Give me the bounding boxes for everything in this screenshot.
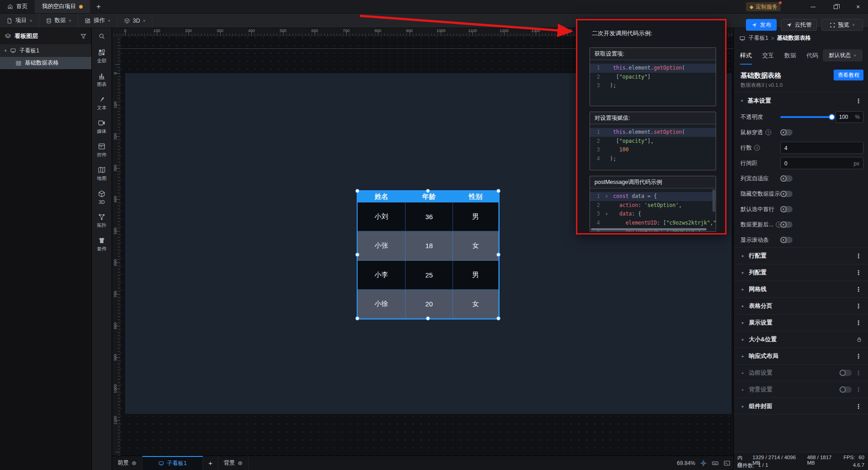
code-area[interactable]: 1 this.element.getOption(2 ["opacity"]3)… bbox=[590, 60, 716, 90]
selection-handle[interactable] bbox=[496, 316, 500, 320]
breadcrumb-parent[interactable]: 子看板1 bbox=[748, 34, 768, 42]
custom-service-badge[interactable]: ◆ 定制服务 bbox=[746, 2, 781, 11]
section-组件封面[interactable]: ▸组件封面⋮ bbox=[734, 398, 868, 414]
tree-item-board[interactable]: ▾ 子看板1 bbox=[0, 44, 91, 57]
slider-thumb[interactable] bbox=[829, 114, 835, 120]
kebab-menu-icon[interactable]: ⋮ bbox=[855, 269, 862, 276]
kebab-menu-icon[interactable]: ⋮ bbox=[855, 252, 862, 259]
toggle-默认选中首行[interactable] bbox=[780, 206, 793, 212]
publish-button[interactable]: 发布 bbox=[746, 19, 777, 31]
selection-handle[interactable] bbox=[496, 253, 500, 257]
toggle-鼠标穿透[interactable] bbox=[780, 129, 793, 136]
kebab-menu-icon[interactable]: ⋮ bbox=[855, 97, 862, 104]
tree-expander-icon[interactable]: ▾ bbox=[5, 48, 7, 53]
slider-value-input[interactable]: 100% bbox=[835, 111, 863, 123]
ruler-label: 1000 bbox=[436, 28, 445, 33]
strip-item-媒体[interactable]: 媒体 bbox=[92, 115, 112, 138]
slider-不透明度[interactable] bbox=[780, 116, 832, 118]
strip-item-文本[interactable]: 文本 bbox=[92, 91, 112, 115]
kebab-menu-icon[interactable]: ⋮ bbox=[855, 352, 862, 360]
strip-item-控件[interactable]: 控件 bbox=[92, 138, 112, 162]
kebab-menu-icon[interactable]: ⋮ bbox=[855, 286, 862, 293]
menu-数据[interactable]: 数据∨ bbox=[39, 14, 79, 28]
preview-button[interactable]: 预览 ∨ bbox=[821, 19, 863, 31]
section-列配置[interactable]: ▸列配置⋮ bbox=[734, 264, 868, 281]
lock-icon[interactable] bbox=[856, 337, 862, 343]
section-网格线[interactable]: ▸网格线⋮ bbox=[734, 281, 868, 297]
section-表格分页[interactable]: ▸表格分页⋮ bbox=[734, 297, 868, 314]
strip-item-3D[interactable]: 3D bbox=[92, 185, 112, 209]
kebab-menu-icon[interactable]: ⋮ bbox=[855, 369, 862, 376]
strip-item-地图[interactable]: 地图 bbox=[92, 162, 112, 185]
terminal-icon[interactable] bbox=[723, 460, 731, 467]
tree-item-component[interactable]: 基础数据表格 bbox=[0, 57, 91, 69]
section-toggle[interactable] bbox=[840, 386, 852, 393]
tab-代码[interactable]: 代码 bbox=[807, 52, 818, 65]
foreground-button[interactable]: 前景 ⊕ bbox=[112, 456, 142, 470]
kebab-menu-icon[interactable]: ⋮ bbox=[855, 319, 862, 326]
kebab-menu-icon[interactable]: ⋮ bbox=[855, 302, 862, 310]
scrollbar-vertical[interactable] bbox=[712, 189, 715, 212]
menu-项目[interactable]: 项目∨ bbox=[0, 14, 39, 28]
help-icon[interactable]: ? bbox=[754, 145, 760, 151]
tab-home[interactable]: 首页 bbox=[0, 0, 35, 13]
selection-handle[interactable] bbox=[355, 189, 359, 193]
cloud-host-button[interactable]: 云托管 bbox=[781, 19, 817, 31]
kebab-menu-icon[interactable]: ⋮ bbox=[855, 403, 862, 410]
fold-caret-icon[interactable]: ∨ bbox=[604, 210, 610, 219]
section-边框设置[interactable]: ▸边框设置⋮ bbox=[734, 364, 868, 381]
strip-item-图表[interactable]: 图表 bbox=[92, 68, 112, 91]
circle-plus-icon[interactable]: ⊕ bbox=[132, 460, 137, 466]
code-area[interactable]: 1 this.element.setOption(2 ["opacity"],3… bbox=[590, 124, 716, 163]
section-basic-settings[interactable]: ▾ 基本设置 ⋮ bbox=[734, 92, 868, 109]
scrollbar-horizontal[interactable] bbox=[591, 228, 707, 230]
filter-icon[interactable] bbox=[80, 33, 87, 40]
help-icon[interactable]: ? bbox=[765, 130, 771, 136]
strip-item-全部[interactable]: 全部 bbox=[92, 44, 112, 68]
selection-handle[interactable] bbox=[426, 189, 430, 193]
tab-数据[interactable]: 数据 bbox=[784, 52, 796, 65]
cloud-host-label: 云托管 bbox=[795, 21, 812, 29]
search-button[interactable] bbox=[92, 28, 112, 44]
strip-item-套件[interactable]: 套件 bbox=[92, 232, 112, 256]
section-行配置[interactable]: ▸行配置⋮ bbox=[734, 247, 868, 264]
tab-样式[interactable]: 样式 bbox=[740, 52, 752, 65]
fold-caret-icon[interactable]: ∨ bbox=[604, 192, 610, 201]
close-button[interactable]: × bbox=[848, 0, 868, 14]
toggle-数据更新后...[interactable] bbox=[780, 221, 793, 228]
selection-handle[interactable] bbox=[496, 189, 500, 193]
table-component-selected[interactable]: 姓名年龄性别小刘36男小张18女小李25男小徐20女 bbox=[358, 191, 499, 319]
section-背景设置[interactable]: ▸背景设置⋮ bbox=[734, 381, 868, 398]
fit-screen-icon[interactable] bbox=[700, 460, 707, 467]
add-board-button[interactable]: + bbox=[203, 456, 218, 470]
input-行数[interactable]: 4 bbox=[780, 142, 863, 154]
tab-project[interactable]: 我的空白项目 bbox=[35, 0, 90, 13]
selection-handle[interactable] bbox=[426, 316, 430, 320]
menu-3D[interactable]: 3D∨ bbox=[118, 14, 153, 28]
section-大小&位置[interactable]: ▸大小&位置 bbox=[734, 331, 868, 348]
zoom-level[interactable]: 69.84% bbox=[677, 460, 695, 466]
state-selector[interactable]: 默认状态 ∨ bbox=[823, 49, 863, 61]
toggle-列宽自适应[interactable] bbox=[780, 175, 793, 182]
code-area[interactable]: 1∨ const data = {2 action: 'setOption',3… bbox=[590, 188, 716, 232]
strip-item-拓扑[interactable]: 拓扑 bbox=[92, 209, 112, 232]
section-toggle[interactable] bbox=[840, 370, 852, 376]
board-tab-active[interactable]: 子看板1 bbox=[142, 456, 203, 470]
toggle-显示滚动条[interactable] bbox=[780, 237, 793, 243]
tutorial-button[interactable]: 查看教程 bbox=[834, 70, 863, 80]
keyboard-icon[interactable] bbox=[712, 460, 719, 467]
maximize-button[interactable] bbox=[826, 0, 845, 14]
toggle-隐藏空数据提示[interactable] bbox=[780, 191, 793, 197]
circle-plus-icon[interactable]: ⊕ bbox=[238, 460, 243, 466]
new-tab-button[interactable]: + bbox=[90, 0, 107, 13]
tab-交互[interactable]: 交互 bbox=[762, 52, 774, 65]
section-展示设置[interactable]: ▸展示设置⋮ bbox=[734, 314, 868, 331]
input-行间距[interactable]: 0px bbox=[780, 157, 863, 169]
section-响应式布局[interactable]: ▸响应式布局⋮ bbox=[734, 348, 868, 364]
menu-操作[interactable]: 操作∨ bbox=[78, 14, 118, 28]
minimize-button[interactable] bbox=[803, 0, 823, 14]
background-button[interactable]: 背景 ⊕ bbox=[218, 456, 249, 470]
selection-handle[interactable] bbox=[355, 253, 359, 257]
kebab-menu-icon[interactable]: ⋮ bbox=[855, 386, 862, 393]
selection-handle[interactable] bbox=[355, 316, 359, 320]
